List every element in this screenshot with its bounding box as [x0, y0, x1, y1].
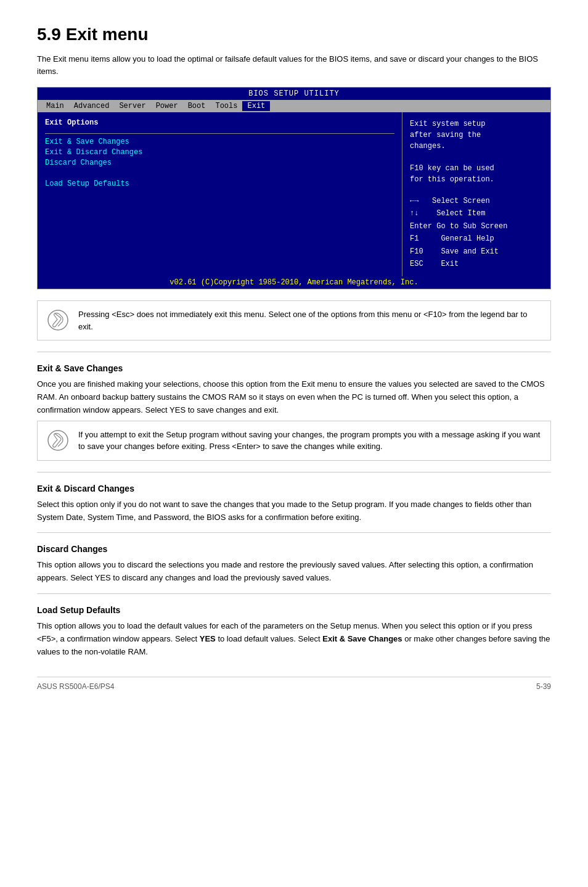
legend-item-ud: ↑↓ Select Item — [410, 207, 543, 220]
note-icon-2 — [46, 429, 70, 452]
bios-option-exit-save[interactable]: Exit & Save Changes — [45, 138, 394, 146]
note-box-1: Pressing <Esc> does not immediately exit… — [37, 300, 551, 340]
legend-item-arrows: ←→ Select Screen — [410, 195, 543, 207]
legend-item-f10: F10 Save and Exit — [410, 245, 543, 258]
bios-ui: BIOS SETUP UTILITY Main Advanced Server … — [37, 87, 551, 289]
bios-right-panel: Exit system setup after saving the chang… — [402, 112, 550, 276]
note-box-2: If you attempt to exit the Setup program… — [37, 421, 551, 461]
bios-menu-power[interactable]: Power — [151, 101, 183, 111]
note-text-1: Pressing <Esc> does not immediately exit… — [78, 308, 542, 332]
yes-bold: YES — [200, 634, 216, 643]
legend-item-f1: F1 General Help — [410, 233, 543, 245]
divider-4 — [37, 593, 551, 594]
divider-3 — [37, 532, 551, 533]
bios-help-line6: for this operation. — [410, 175, 494, 184]
footer-bar: ASUS RS500A-E6/PS4 5-39 — [37, 677, 551, 691]
section-body-load-defaults: This option allows you to load the defau… — [37, 620, 551, 658]
section-heading-exit-save: Exit & Save Changes — [37, 363, 551, 373]
intro-text: The Exit menu items allow you to load th… — [37, 53, 551, 77]
bios-help-line1: Exit system setup — [410, 120, 485, 128]
section-body-exit-discard: Select this option only if you do not wa… — [37, 498, 551, 524]
bios-body: Exit Options Exit & Save Changes Exit & … — [38, 112, 550, 276]
bios-help-text: Exit system setup after saving the chang… — [410, 118, 543, 185]
divider-2 — [37, 472, 551, 472]
bios-menu-main[interactable]: Main — [41, 101, 69, 111]
page-title: 5.9 Exit menu — [37, 25, 551, 44]
bios-menu-server[interactable]: Server — [114, 101, 150, 111]
footer-product: ASUS RS500A-E6/PS4 — [37, 682, 114, 691]
bios-help-line3: changes. — [410, 142, 446, 151]
bios-legend: ←→ Select Screen ↑↓ Select Item Enter Go… — [410, 195, 543, 270]
bios-menu-bar[interactable]: Main Advanced Server Power Boot Tools Ex… — [38, 100, 550, 112]
bios-menu-tools[interactable]: Tools — [210, 101, 242, 111]
bios-title-bar: BIOS SETUP UTILITY — [38, 88, 550, 100]
section-body-discard: This option allows you to discard the se… — [37, 559, 551, 585]
footer-page: 5-39 — [536, 682, 551, 691]
section-heading-load-defaults: Load Setup Defaults — [37, 605, 551, 615]
section-heading-discard: Discard Changes — [37, 544, 551, 554]
bios-option-discard[interactable]: Discard Changes — [45, 159, 394, 167]
legend-item-enter: Enter Go to Sub Screen — [410, 220, 543, 233]
legend-item-esc: ESC Exit — [410, 258, 543, 270]
bios-help-line5: F10 key can be used — [410, 164, 494, 173]
exit-save-bold: Exit & Save Changes — [322, 634, 402, 643]
bios-help-line2: after saving the — [410, 131, 481, 139]
bios-section-title: Exit Options — [45, 118, 394, 127]
bios-menu-boot[interactable]: Boot — [183, 101, 211, 111]
bios-footer: v02.61 (C)Copyright 1985-2010, American … — [38, 276, 550, 289]
bios-menu-exit[interactable]: Exit — [242, 101, 270, 111]
bios-option-spacer — [45, 169, 394, 178]
section-heading-exit-discard: Exit & Discard Changes — [37, 484, 551, 493]
bios-left-panel: Exit Options Exit & Save Changes Exit & … — [38, 112, 402, 276]
bios-menu-advanced[interactable]: Advanced — [69, 101, 115, 111]
section-body-exit-save: Once you are finished making your select… — [37, 378, 551, 416]
bios-separator — [45, 133, 394, 134]
bios-option-exit-discard[interactable]: Exit & Discard Changes — [45, 148, 394, 157]
note-text-2: If you attempt to exit the Setup program… — [78, 429, 542, 453]
bios-option-load-defaults[interactable]: Load Setup Defaults — [45, 179, 394, 188]
divider-1 — [37, 352, 551, 352]
note-icon-1 — [46, 308, 70, 332]
